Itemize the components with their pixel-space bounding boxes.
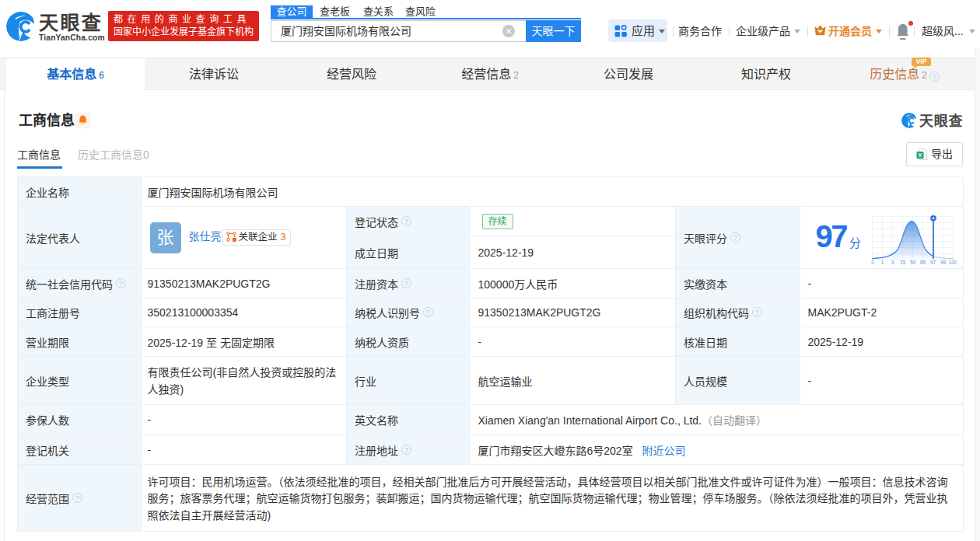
svg-text:97: 97 [930,260,936,265]
svg-text:100: 100 [949,260,957,265]
svg-text:50: 50 [910,260,916,265]
svg-text:15: 15 [900,260,906,265]
svg-text:0: 0 [871,260,874,265]
svg-text:3: 3 [891,260,894,265]
svg-text:1: 1 [881,260,884,265]
svg-text:99: 99 [940,260,947,265]
svg-text:85: 85 [920,260,926,265]
